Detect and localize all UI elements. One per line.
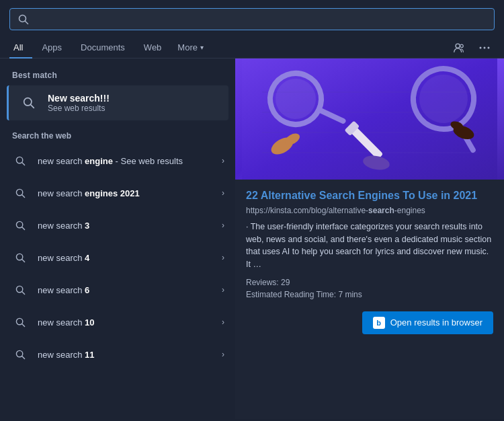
svg-line-20 <box>22 323 24 326</box>
result-body: 22 Alternative Search Engines To Use in … <box>235 180 504 344</box>
list-item[interactable]: new search 10 › <box>1 306 234 338</box>
chevron-right-icon: › <box>222 188 224 198</box>
svg-point-5 <box>484 46 486 48</box>
main-content: Best match New search!!! See web results… <box>0 59 504 419</box>
tab-web[interactable]: Web <box>134 37 171 58</box>
list-item[interactable]: new search 11 › <box>1 338 234 371</box>
chevron-down-icon: ▾ <box>200 44 204 51</box>
search-icon <box>11 248 30 267</box>
list-item[interactable]: new search engine - See web results › <box>1 145 234 177</box>
list-item[interactable]: new search 6 › <box>1 274 234 306</box>
chevron-right-icon: › <box>222 350 224 359</box>
result-url: https://kinsta.com/blog/alternative-sear… <box>246 206 493 215</box>
svg-line-22 <box>22 356 24 358</box>
chevron-right-icon: › <box>222 317 224 327</box>
result-card: 22 Alternative Search Engines To Use in … <box>235 59 504 344</box>
svg-point-4 <box>480 46 482 48</box>
result-image <box>235 59 504 180</box>
list-item[interactable]: new search 3 › <box>1 209 234 241</box>
search-icon <box>11 184 30 202</box>
search-bar-wrapper: New search!!! <box>0 0 504 37</box>
search-item-text: new search 10 <box>38 317 214 328</box>
people-icon-button[interactable] <box>449 38 469 58</box>
result-reading-time: Estimated Reading Time: 7 mins <box>246 290 493 299</box>
result-title-highlight: Search <box>319 190 355 201</box>
search-item-text: new search 11 <box>38 350 214 360</box>
tab-more[interactable]: More ▾ <box>171 37 210 58</box>
svg-line-8 <box>31 105 34 108</box>
result-url-highlight: search <box>368 206 394 215</box>
chevron-right-icon: › <box>222 156 224 165</box>
list-item[interactable]: new search 4 › <box>1 241 234 274</box>
search-icon <box>11 151 30 170</box>
tab-documents[interactable]: Documents <box>71 37 134 58</box>
nav-icons <box>449 38 495 58</box>
svg-line-14 <box>22 227 24 229</box>
best-match-text: New search!!! See web results <box>48 93 110 113</box>
best-match-subtitle: See web results <box>48 104 110 113</box>
result-description: · The user-friendly interface categorize… <box>246 221 493 271</box>
svg-point-3 <box>460 44 464 48</box>
list-item[interactable]: new search engines 2021 › <box>1 177 234 209</box>
left-panel: Best match New search!!! See web results… <box>0 59 235 419</box>
tab-all[interactable]: All <box>9 37 32 58</box>
search-item-text: new search engine - See web results <box>38 156 214 166</box>
search-input[interactable]: New search!!! <box>36 13 486 25</box>
best-match-label: Best match <box>0 68 235 85</box>
svg-line-10 <box>22 162 24 165</box>
svg-line-12 <box>22 194 24 197</box>
search-icon <box>11 280 30 299</box>
svg-line-18 <box>22 291 24 294</box>
search-item-text: new search engines 2021 <box>38 188 214 198</box>
svg-line-16 <box>22 259 24 262</box>
more-options-button[interactable] <box>474 38 495 58</box>
svg-line-1 <box>26 21 28 24</box>
search-icon <box>11 216 30 235</box>
search-bar: New search!!! <box>9 8 495 30</box>
search-icon <box>18 14 29 25</box>
bing-logo-icon: b <box>373 317 385 329</box>
svg-point-2 <box>456 44 460 48</box>
right-panel: 22 Alternative Search Engines To Use in … <box>235 59 504 419</box>
tab-apps[interactable]: Apps <box>32 37 71 58</box>
open-in-browser-button[interactable]: b Open results in browser <box>362 311 493 334</box>
best-match-title: New search!!! <box>48 93 110 104</box>
nav-tabs: All Apps Documents Web More ▾ <box>0 37 504 59</box>
result-title[interactable]: 22 Alternative Search Engines To Use in … <box>246 189 493 203</box>
search-icon <box>11 313 30 332</box>
search-icon <box>11 345 30 364</box>
web-section-label: Search the web <box>0 128 235 145</box>
best-match-search-icon <box>18 92 40 114</box>
search-item-text: new search 4 <box>38 253 214 263</box>
chevron-right-icon: › <box>222 253 224 262</box>
chevron-right-icon: › <box>222 285 224 295</box>
svg-point-6 <box>488 46 490 48</box>
result-reviews: Reviews: 29 <box>246 278 493 287</box>
search-item-text: new search 6 <box>38 285 214 295</box>
search-item-text: new search 3 <box>38 221 214 231</box>
open-browser-label: Open results in browser <box>390 317 482 328</box>
best-match-item[interactable]: New search!!! See web results <box>7 85 228 120</box>
chevron-right-icon: › <box>222 221 224 230</box>
